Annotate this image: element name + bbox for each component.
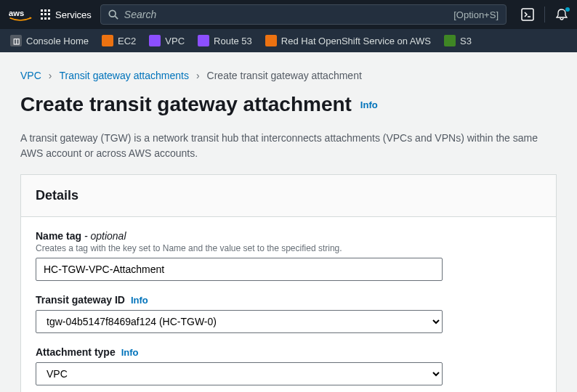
notification-dot (565, 7, 570, 12)
breadcrumb-current: Create transit gateway attachment (207, 70, 362, 81)
svg-point-1 (109, 10, 116, 17)
field-attachment-type: Attachment type Info VPC (36, 346, 541, 385)
service-icon (149, 35, 161, 46)
search-box[interactable]: [Option+S] (100, 4, 507, 25)
favorite-ec2[interactable]: EC2 (102, 35, 136, 46)
grid-icon (41, 9, 51, 20)
search-icon (108, 9, 118, 20)
nav-label: EC2 (118, 36, 136, 46)
field-transit-gateway-id: Transit gateway ID Info tgw-04b5147f8469… (36, 294, 541, 333)
svg-text:aws: aws (9, 9, 24, 17)
service-icon (102, 35, 113, 46)
services-label: Services (55, 9, 92, 20)
field-label: Name tag - optional (36, 230, 541, 242)
topnav: aws Services [Option+S] (0, 0, 577, 29)
panel-title: Details (21, 175, 556, 217)
divider (544, 7, 545, 23)
page-description: A transit gateway (TGW) is a network tra… (0, 123, 577, 174)
page-title: Create transit gateway attachment (20, 93, 352, 115)
attachment-type-select[interactable]: VPC (36, 362, 443, 385)
bell-icon[interactable] (555, 8, 568, 21)
search-shortcut: [Option+S] (453, 9, 499, 20)
nav-label: Route 53 (214, 36, 252, 46)
details-panel: Details Name tag - optional Creates a ta… (20, 174, 557, 392)
field-label: Transit gateway ID (36, 294, 125, 306)
nav-label: S3 (460, 36, 472, 46)
services-button[interactable]: Services (41, 9, 92, 20)
favorite-s3[interactable]: S3 (444, 35, 472, 46)
field-help: Creates a tag with the key set to Name a… (36, 243, 541, 253)
secondary-nav: ◫ Console Home EC2 VPC Route 53 Red Hat … (0, 29, 577, 52)
breadcrumb: VPC › Transit gateway attachments › Crea… (0, 52, 577, 87)
breadcrumb-vpc[interactable]: VPC (20, 70, 41, 81)
favorite-console-home[interactable]: ◫ Console Home (10, 35, 89, 46)
name-tag-input[interactable] (36, 258, 443, 281)
field-name-tag: Name tag - optional Creates a tag with t… (36, 230, 541, 281)
nav-label: Console Home (26, 36, 89, 46)
field-label: Attachment type (36, 346, 116, 358)
optional-text: - optional (81, 230, 126, 242)
favorite-route53[interactable]: Route 53 (198, 35, 252, 46)
transit-gateway-select[interactable]: tgw-04b5147f8469af124 (HC-TGW-0) (36, 310, 443, 333)
page-header: Create transit gateway attachment Info (0, 87, 577, 123)
nav-label: Red Hat OpenShift Service on AWS (281, 36, 431, 46)
favorite-vpc[interactable]: VPC (149, 35, 185, 46)
nav-label: VPC (165, 36, 185, 46)
service-icon (444, 35, 456, 46)
service-icon (198, 35, 209, 46)
panel-body: Name tag - optional Creates a tag with t… (21, 217, 556, 392)
label-text: Name tag (36, 230, 81, 242)
cloudshell-icon[interactable] (521, 8, 534, 21)
service-icon (265, 35, 277, 46)
favorite-rosa[interactable]: Red Hat OpenShift Service on AWS (265, 35, 431, 46)
info-link[interactable]: Info (131, 295, 148, 306)
chevron-right-icon: › (49, 70, 52, 81)
info-link[interactable]: Info (121, 347, 139, 358)
aws-logo[interactable]: aws (9, 7, 32, 22)
chevron-right-icon: › (196, 70, 200, 81)
search-input[interactable] (124, 9, 448, 20)
topnav-right (515, 7, 568, 23)
svg-line-2 (115, 16, 118, 19)
info-link[interactable]: Info (360, 99, 378, 110)
cube-icon: ◫ (10, 35, 22, 46)
breadcrumb-tgw-attachments[interactable]: Transit gateway attachments (59, 70, 188, 81)
